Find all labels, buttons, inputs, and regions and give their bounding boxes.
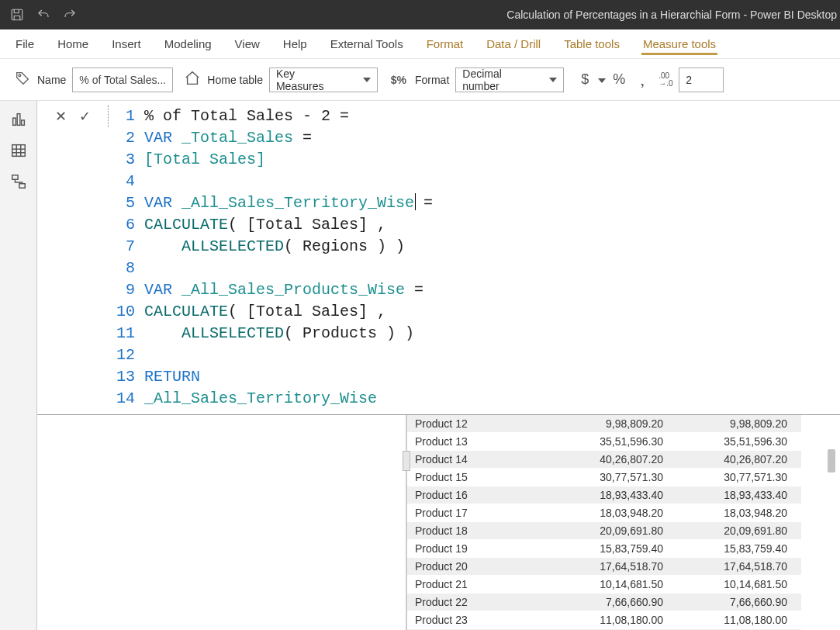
code-eq: = [414, 194, 433, 212]
scrollbar-thumb[interactable] [828, 449, 835, 472]
data-table: Product 129,98,809.209,98,809.20 Product… [407, 415, 801, 630]
code-line-14: _All_Sales_Territory_Wise [144, 388, 377, 410]
svg-rect-3 [17, 114, 20, 126]
value-cell: 20,09,691.80 [677, 522, 801, 540]
home-table-value: Key Measures [276, 68, 344, 92]
format-select[interactable]: Decimal number [455, 68, 564, 92]
tab-table-tools[interactable]: Table tools [562, 33, 621, 55]
chevron-down-icon [363, 78, 371, 82]
measure-name-input[interactable] [72, 68, 173, 92]
results-panel: Product 129,98,809.209,98,809.20 Product… [37, 414, 840, 630]
table-row[interactable]: Product 1440,26,807.2040,26,807.20 [407, 451, 801, 469]
tab-external-tools[interactable]: External Tools [329, 33, 405, 55]
value-cell: 18,93,433.40 [677, 486, 801, 504]
format-value: Decimal number [462, 68, 531, 92]
product-cell: Product 23 [407, 611, 531, 629]
decimal-places-input[interactable]: 2 [679, 68, 724, 92]
value-cell: 15,83,759.40 [677, 540, 801, 558]
table-row[interactable]: Product 227,66,660.907,66,660.90 [407, 594, 801, 611]
value-cell: 20,09,691.80 [553, 522, 677, 540]
dax-editor[interactable]: 1% of Total Sales - 2 = 2VAR _Total_Sale… [109, 101, 840, 414]
product-cell: Product 12 [407, 415, 531, 433]
code-kw: VAR [144, 281, 181, 299]
save-icon[interactable] [9, 7, 25, 22]
code-line-1: % of Total Sales - 2 = [144, 106, 349, 127]
thousands-separator-button[interactable]: , [632, 70, 652, 90]
cancel-formula-icon[interactable]: ✕ [55, 108, 67, 125]
percent-button[interactable]: % [609, 70, 629, 90]
formula-bar: ✕ ✓ 1% of Total Sales - 2 = 2VAR _Total_… [37, 101, 840, 414]
product-cell: Product 17 [407, 504, 531, 522]
value-cell: 9,98,809.20 [677, 415, 801, 433]
table-row[interactable]: Product 1530,77,571.3030,77,571.30 [407, 469, 801, 486]
product-cell: Product 15 [407, 469, 531, 486]
value-cell: 7,66,660.90 [677, 594, 801, 611]
table-splitter[interactable] [406, 415, 407, 630]
format-label: Format [415, 74, 449, 86]
product-cell: Product 19 [407, 540, 531, 558]
title-bar: Calculation of Percentages in a Hierarch… [0, 0, 840, 29]
table-row[interactable]: Product 129,98,809.209,98,809.20 [407, 415, 801, 433]
product-cell: Product 18 [407, 522, 531, 540]
svg-rect-2 [12, 118, 16, 125]
splitter-handle-icon[interactable] [403, 451, 410, 471]
table-row[interactable]: Product 2110,14,681.5010,14,681.50 [407, 576, 801, 594]
text-cursor: e [405, 192, 414, 214]
code-var: _All_Sales_Territory_Wis [181, 194, 405, 212]
tab-view[interactable]: View [233, 33, 261, 55]
tab-modeling[interactable]: Modeling [163, 33, 213, 55]
format-icon: $% [389, 70, 409, 90]
code-kw: VAR [144, 194, 181, 212]
code-txt: ( [Total Sales] , [228, 216, 386, 234]
svg-rect-5 [12, 145, 25, 157]
report-view-icon[interactable] [8, 109, 29, 130]
table-row[interactable]: Product 2017,64,518.7017,64,518.70 [407, 558, 801, 576]
tab-format[interactable]: Format [425, 33, 465, 55]
value-cell: 11,08,180.00 [553, 611, 677, 629]
value-cell: 40,26,807.20 [677, 451, 801, 469]
name-label: Name [37, 74, 66, 86]
home-table-icon [184, 70, 201, 89]
tab-data-drill[interactable]: Data / Drill [485, 33, 542, 55]
tab-file[interactable]: File [14, 33, 36, 55]
svg-rect-10 [12, 175, 17, 180]
ribbon-tabs: File Home Insert Modeling View Help Exte… [0, 29, 840, 59]
tab-measure-tools[interactable]: Measure tools [641, 33, 717, 55]
currency-button[interactable]: $ [575, 70, 595, 90]
code-txt: ( [Total Sales] , [228, 303, 386, 320]
tab-insert[interactable]: Insert [110, 33, 143, 55]
table-row[interactable]: Product 1915,83,759.4015,83,759.40 [407, 540, 801, 558]
code-line-3: [Total Sales] [144, 149, 265, 171]
value-cell: 10,14,681.50 [553, 576, 677, 594]
code-txt: ( Products ) ) [284, 324, 414, 342]
redo-icon[interactable] [62, 7, 78, 22]
value-cell: 30,77,571.30 [677, 469, 801, 486]
name-tag-icon [14, 70, 31, 89]
table-row[interactable]: Product 1335,51,596.3035,51,596.30 [407, 433, 801, 451]
tab-home[interactable]: Home [56, 33, 90, 55]
data-view-icon[interactable] [8, 140, 29, 161]
value-cell: 10,14,681.50 [677, 576, 801, 594]
code-fn: CALCULATE [144, 303, 228, 320]
table-row[interactable]: Product 2311,08,180.0011,08,180.00 [407, 611, 801, 629]
table-row[interactable]: Product 1718,03,948.2018,03,948.20 [407, 504, 801, 522]
window-title: Calculation of Percentages in a Hierarch… [506, 9, 837, 21]
commit-formula-icon[interactable]: ✓ [79, 108, 91, 125]
value-cell: 11,08,180.00 [677, 611, 801, 629]
value-cell: 15,83,759.40 [553, 540, 677, 558]
code-fn: CALCULATE [144, 216, 228, 234]
undo-icon[interactable] [36, 7, 51, 22]
tab-help[interactable]: Help [282, 33, 309, 55]
vertical-scrollbar[interactable] [828, 415, 837, 630]
decimal-places-button[interactable]: .00 →.0 [655, 70, 676, 90]
home-table-select[interactable]: Key Measures [269, 68, 378, 92]
model-view-icon[interactable] [8, 171, 29, 192]
product-cell: Product 22 [407, 594, 531, 611]
chevron-down-icon[interactable] [598, 78, 606, 83]
product-cell: Product 16 [407, 486, 531, 504]
svg-rect-0 [12, 9, 22, 20]
code-var: _Total_Sales [181, 129, 293, 147]
table-row[interactable]: Product 1618,93,433.4018,93,433.40 [407, 486, 801, 504]
table-row[interactable]: Product 1820,09,691.8020,09,691.80 [407, 522, 801, 540]
value-cell: 9,98,809.20 [553, 415, 677, 433]
